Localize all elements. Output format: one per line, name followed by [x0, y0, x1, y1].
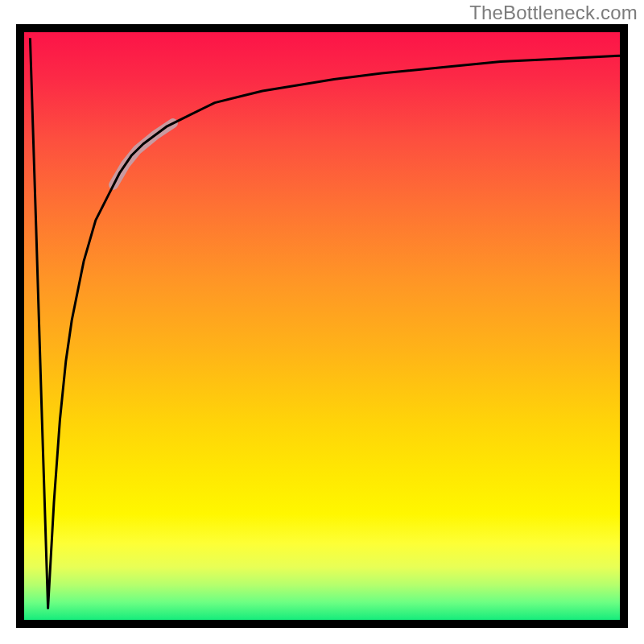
bottleneck-curve — [30, 38, 620, 608]
curve-layer — [24, 32, 620, 620]
plot-area — [16, 24, 628, 628]
attribution-text: TheBottleneck.com — [469, 2, 638, 24]
chart-container: TheBottleneck.com — [0, 0, 644, 644]
highlight-segment — [114, 123, 173, 185]
